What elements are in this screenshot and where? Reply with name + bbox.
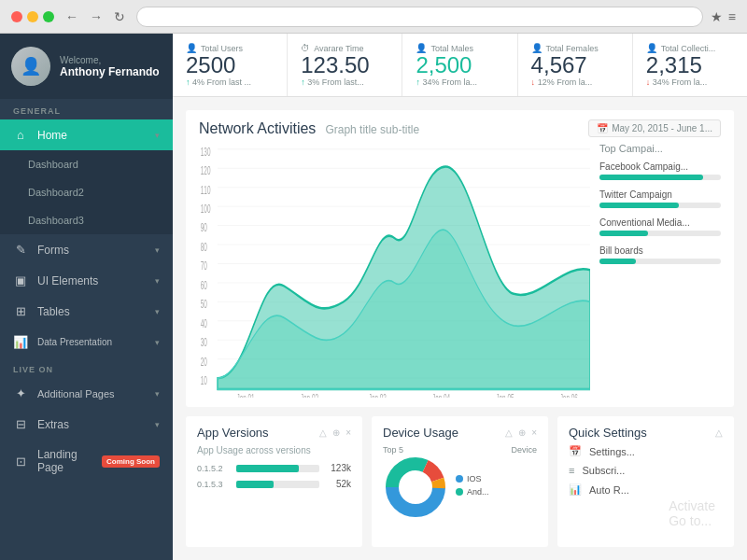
campaign-name-billboards: Bill boards	[599, 245, 721, 256]
chevron-icon: ▾	[155, 307, 160, 316]
star-button[interactable]: ★	[711, 9, 723, 24]
svg-text:130: 130	[201, 146, 211, 159]
stat-card-total-females: 👤 Total Females 4,567 ↓ 12% From la...	[518, 34, 633, 96]
svg-text:100: 100	[201, 203, 211, 216]
device-label: Device	[511, 445, 537, 455]
menu-button[interactable]: ≡	[728, 9, 736, 24]
campaign-name-conventional: Conventional Media...	[599, 217, 721, 228]
svg-text:Jan 01: Jan 01	[237, 392, 255, 398]
up-icon[interactable]: △	[505, 427, 513, 438]
campaign-name-twitter: Twitter Campaign	[599, 189, 721, 200]
sidebar-item-extras[interactable]: ⊟ Extras ▾	[0, 409, 173, 440]
campaign-item-twitter: Twitter Campaign	[599, 189, 721, 208]
pin-icon[interactable]: ⊕	[332, 427, 340, 438]
campaign-item-billboards: Bill boards	[599, 245, 721, 264]
sidebar-item-data-presentation-label: Data Presentation	[37, 337, 146, 347]
network-section: Network Activities Graph title sub-title…	[186, 110, 734, 407]
chevron-icon: ▾	[155, 338, 160, 347]
chevron-icon: ▾	[155, 131, 160, 140]
up-icon[interactable]: △	[715, 427, 723, 438]
app-version-item-1: 0.1.5.2 123k	[197, 463, 351, 473]
chevron-icon: ▾	[155, 389, 160, 399]
sidebar-item-dashboard2[interactable]: Dashboard2	[0, 178, 173, 206]
sidebar-item-dashboard3[interactable]: Dashboard3	[0, 206, 173, 234]
svg-point-36	[402, 474, 429, 500]
chart-icon: 📊	[569, 483, 582, 496]
welcome-text: Welcome,	[60, 55, 162, 65]
maximize-button[interactable]	[43, 11, 54, 22]
close-icon[interactable]: ×	[345, 427, 351, 438]
up-icon[interactable]: △	[319, 427, 327, 438]
pin-icon[interactable]: ⊕	[518, 427, 526, 438]
ios-dot	[456, 475, 463, 483]
svg-text:110: 110	[201, 184, 211, 197]
device-chart-area: IOS And...	[383, 455, 537, 520]
campaign-item-conventional: Conventional Media...	[599, 217, 721, 236]
stat-value-total-users: 2500	[186, 53, 274, 77]
campaign-name-facebook: Facebook Campaig...	[599, 161, 721, 172]
campaign-bar-twitter	[599, 203, 679, 208]
stat-value-total-collection: 2,315	[646, 53, 734, 77]
sidebar-item-data-presentation[interactable]: 📊 Data Presentation ▾	[0, 327, 173, 357]
campaign-bar-facebook	[599, 175, 703, 180]
sidebar-item-forms-label: Forms	[37, 244, 146, 257]
sidebar-item-ui-elements[interactable]: ▣ UI Elements ▾	[0, 265, 173, 296]
network-subtitle: Graph title sub-title	[325, 123, 419, 136]
sidebar-item-home[interactable]: ⌂ Home ▾	[0, 119, 173, 150]
svg-text:60: 60	[201, 279, 207, 292]
forward-button[interactable]: →	[86, 7, 106, 26]
sidebar-item-landing-page[interactable]: ⊡ Landing Page Coming Soon	[0, 440, 173, 483]
campaign-bar-billboards	[599, 259, 636, 264]
tables-icon: ⊞	[13, 304, 28, 318]
qs-item-auto: 📊 Auto R...	[569, 483, 723, 496]
stat-change-total-users: ↑ 4% From last ...	[186, 77, 274, 87]
stat-card-total-users: 👤 Total Users 2500 ↑ 4% From last ...	[173, 34, 288, 96]
version-bar-bg-1	[236, 465, 319, 472]
back-button[interactable]: ←	[62, 7, 82, 26]
device-header-row: Top 5 Device	[383, 445, 537, 455]
device-usage-actions: △ ⊕ ×	[505, 427, 537, 438]
sidebar-item-dashboard[interactable]: Dashboard	[0, 150, 173, 178]
landing-page-icon: ⊡	[13, 455, 28, 469]
calendar-icon: 📅	[597, 123, 608, 133]
svg-text:50: 50	[201, 298, 207, 311]
sidebar-item-forms[interactable]: ✎ Forms ▾	[0, 234, 173, 265]
date-range[interactable]: 📅 May 20, 2015 - June 1...	[588, 119, 721, 137]
close-icon[interactable]: ×	[531, 427, 537, 438]
svg-text:Jan 03: Jan 03	[369, 392, 387, 398]
sidebar-item-tables-label: Tables	[37, 305, 146, 318]
forms-icon: ✎	[13, 243, 28, 257]
close-button[interactable]	[11, 11, 22, 22]
chevron-icon: ▾	[155, 420, 160, 429]
quick-settings-actions: △	[715, 427, 723, 438]
stat-change-total-females: ↓ 12% From la...	[531, 77, 619, 87]
browser-actions: ★ ≡	[711, 9, 736, 24]
refresh-button[interactable]: ↻	[110, 7, 129, 26]
quick-settings-title: Quick Settings	[569, 426, 647, 440]
extras-icon: ⊟	[13, 417, 28, 431]
minimize-button[interactable]	[27, 11, 38, 22]
svg-text:Jan 02: Jan 02	[301, 392, 318, 398]
stat-card-total-collection: 👤 Total Collecti... 2,315 ↓ 34% From la.…	[633, 34, 747, 96]
sidebar-item-tables[interactable]: ⊞ Tables ▾	[0, 296, 173, 327]
network-title: Network Activities	[199, 120, 316, 137]
app-version-item-2: 0.1.5.3 52k	[197, 479, 351, 489]
svg-text:30: 30	[201, 336, 207, 349]
svg-text:40: 40	[201, 317, 207, 330]
network-chart: 130 120 110 100 90 80 70 60 50 40 30 20	[199, 143, 590, 398]
version-bar-1	[236, 465, 299, 472]
sidebar-item-additional-pages-label: Additional Pages	[37, 388, 146, 399]
sidebar-header: 👤 Welcome, Anthony Fernando	[0, 34, 173, 99]
network-header: Network Activities Graph title sub-title…	[199, 119, 721, 137]
app-layout: 👤 Welcome, Anthony Fernando GENERAL ⌂ Ho…	[0, 34, 747, 560]
qs-item-subscribe: ≡ Subscri...	[569, 465, 723, 476]
sidebar-item-additional-pages[interactable]: ✦ Additional Pages ▾	[0, 378, 173, 409]
sidebar-item-landing-page-label: Landing Page	[37, 448, 92, 474]
sidebar-item-ui-elements-label: UI Elements	[37, 274, 146, 287]
svg-text:10: 10	[201, 374, 207, 387]
quick-settings-header: Quick Settings △	[569, 426, 723, 440]
qs-settings-label: Settings...	[589, 446, 635, 457]
section-general-label: GENERAL	[0, 99, 173, 119]
bottom-row: App Versions △ ⊕ × App Usage across vers…	[186, 416, 734, 547]
address-bar[interactable]	[136, 7, 703, 27]
